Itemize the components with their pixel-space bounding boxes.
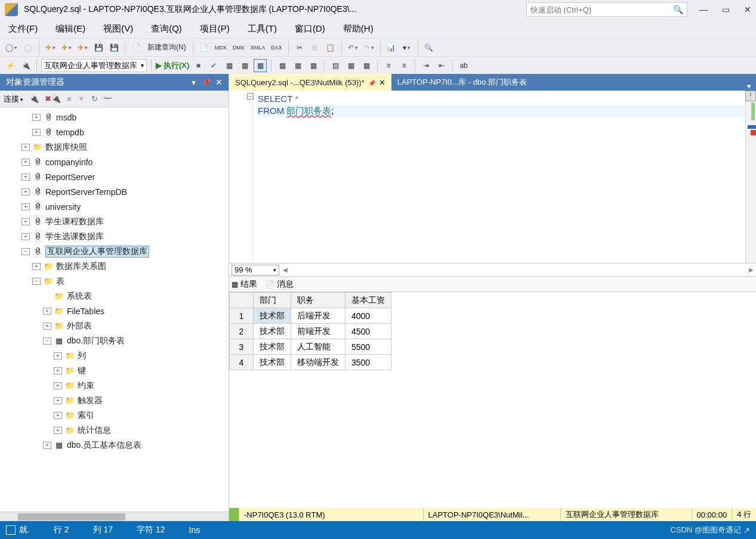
minimize-button[interactable]: — bbox=[699, 5, 708, 14]
nav-back-button[interactable]: ◯ bbox=[4, 41, 19, 54]
tool-options-button[interactable]: ▾ bbox=[400, 41, 414, 54]
code-text[interactable]: − SELECT * FROM 部门职务表; bbox=[253, 91, 756, 263]
menu-view[interactable]: 视图(V) bbox=[103, 23, 133, 35]
results-grid[interactable]: 部门职务基本工资1技术部后端开发40002技术部前端开发45003技术部人工智能… bbox=[229, 292, 756, 508]
tree-node[interactable]: −🛢互联网企业人事管理数据库 bbox=[0, 244, 229, 259]
tree-node[interactable]: +📁外部表 bbox=[0, 318, 229, 333]
search-icon[interactable]: 🔍 bbox=[673, 5, 683, 14]
stop-icon[interactable]: ■ bbox=[67, 94, 72, 103]
tree-node[interactable]: −▦dbo.部门职务表 bbox=[0, 333, 229, 348]
intellisense-button[interactable]: ▦ bbox=[254, 59, 267, 72]
tree-node[interactable]: +📁统计信息 bbox=[0, 423, 229, 438]
results-text-button[interactable]: ▤ bbox=[329, 59, 342, 72]
filter-icon[interactable]: ▼ bbox=[78, 94, 85, 103]
results-tab[interactable]: ▦结果 bbox=[232, 279, 257, 290]
execute-button[interactable]: 执行(X) bbox=[156, 60, 189, 71]
results-grid-button[interactable]: ▦ bbox=[344, 59, 357, 72]
dax-button[interactable]: DAX bbox=[269, 41, 284, 54]
tree-node[interactable]: +🛢学生课程数据库 bbox=[0, 214, 229, 229]
db-engine-query-button[interactable]: 📄 bbox=[198, 41, 211, 54]
tree-node[interactable]: +📁约束 bbox=[0, 378, 229, 393]
estimated-plan-button[interactable]: ▦ bbox=[223, 59, 236, 72]
uncomment-button[interactable]: ≡ bbox=[397, 59, 411, 72]
tab-pin-icon[interactable] bbox=[368, 78, 375, 87]
menu-query[interactable]: 查询(Q) bbox=[151, 23, 182, 35]
tree-node[interactable]: 📁系统表 bbox=[0, 289, 229, 303]
tab-sqlquery2[interactable]: SQLQuery2.sql -...QE3\NutMilk (53))* ✕ bbox=[229, 74, 391, 91]
tab-table-designer[interactable]: LAPTOP-NP7I0...库 - dbo.部门职务表 bbox=[391, 74, 533, 91]
split-icon[interactable]: ↕ bbox=[745, 91, 756, 101]
include-plan-button[interactable]: ▦ bbox=[276, 59, 289, 72]
object-explorer-tree[interactable]: +🛢msdb+🛢tempdb+📁数据库快照+🛢companyinfo+🛢Repo… bbox=[0, 107, 229, 512]
table-row[interactable]: 2技术部前端开发4500 bbox=[230, 324, 391, 339]
quick-launch-box[interactable]: 🔍 bbox=[526, 2, 687, 17]
undo-button[interactable]: ↶ bbox=[346, 41, 360, 54]
hscroll-right-icon[interactable]: ▶ bbox=[749, 267, 754, 273]
menu-project[interactable]: 项目(P) bbox=[200, 23, 230, 35]
hscroll-left-icon[interactable]: ◀ bbox=[283, 267, 288, 273]
save-button[interactable]: 💾 bbox=[92, 41, 105, 54]
xmla-button[interactable]: XMLA bbox=[249, 41, 267, 54]
database-selector[interactable]: 互联网企业人事管理数据库 bbox=[41, 59, 147, 72]
tab-close-icon[interactable]: ✕ bbox=[379, 78, 385, 87]
client-stats-button[interactable]: ▦ bbox=[307, 59, 320, 72]
live-stats-button[interactable]: ▦ bbox=[291, 59, 304, 72]
tree-node[interactable]: +🛢tempdb bbox=[0, 125, 229, 140]
table-row[interactable]: 4技术部移动端开发3500 bbox=[230, 355, 391, 370]
cut-button[interactable]: ✂ bbox=[293, 41, 306, 54]
connect-plug-icon[interactable]: 🔌 bbox=[29, 94, 39, 103]
find-button[interactable]: 🔍 bbox=[422, 41, 436, 54]
dmx-button[interactable]: DMX bbox=[231, 41, 246, 54]
parse-button[interactable]: ✔ bbox=[207, 59, 220, 72]
table-row[interactable]: 3技术部人工智能5500 bbox=[230, 339, 391, 355]
outdent-button[interactable]: ⇤ bbox=[435, 59, 448, 72]
add-item-button[interactable]: ✚ bbox=[76, 41, 90, 54]
tree-node[interactable]: +🛢ReportServerTempDB bbox=[0, 184, 229, 199]
close-button[interactable]: ✕ bbox=[744, 5, 751, 14]
tree-node[interactable]: +📁数据库关系图 bbox=[0, 259, 229, 274]
indent-button[interactable]: ⇥ bbox=[419, 59, 433, 72]
menu-file[interactable]: 文件(F) bbox=[8, 23, 38, 35]
tree-node[interactable]: +📁索引 bbox=[0, 408, 229, 423]
menu-window[interactable]: 窗口(D) bbox=[295, 23, 325, 35]
disconnect-icon[interactable]: ✖🔌 bbox=[45, 94, 61, 103]
tree-node[interactable]: +▦dbo.员工基本信息表 bbox=[0, 438, 229, 453]
tree-node[interactable]: +🛢ReportServer bbox=[0, 169, 229, 184]
save-all-button[interactable]: 💾 bbox=[107, 41, 121, 54]
redo-button[interactable]: ↷ bbox=[362, 41, 376, 54]
paste-button[interactable]: 📋 bbox=[324, 41, 337, 54]
object-explorer-header[interactable]: 对象资源管理器 ▾ 📌 ✕ bbox=[0, 74, 229, 91]
quick-launch-input[interactable] bbox=[530, 5, 673, 14]
tree-node[interactable]: +🛢msdb bbox=[0, 110, 229, 125]
tree-node[interactable]: −📁表 bbox=[0, 274, 229, 289]
menu-help[interactable]: 帮助(H) bbox=[343, 23, 374, 35]
query-options-button[interactable]: ▦ bbox=[238, 59, 251, 72]
overview-ruler[interactable]: ↕ bbox=[745, 91, 756, 263]
stop-button[interactable]: ■ bbox=[192, 59, 205, 72]
nav-fwd-button[interactable]: ◯ bbox=[21, 41, 35, 54]
results-file-button[interactable]: ▦ bbox=[360, 59, 373, 72]
comment-button[interactable]: ≡ bbox=[382, 59, 395, 72]
tree-node[interactable]: +📁列 bbox=[0, 348, 229, 363]
tree-node[interactable]: +📁FileTables bbox=[0, 303, 229, 318]
outline-collapse-icon[interactable]: − bbox=[247, 93, 254, 100]
activity-monitor-button[interactable]: 📊 bbox=[385, 41, 398, 54]
messages-tab[interactable]: 📄消息 bbox=[266, 279, 294, 290]
maximize-button[interactable]: ▭ bbox=[722, 5, 730, 14]
zoom-selector[interactable]: 99 % bbox=[232, 265, 279, 275]
menu-tools[interactable]: 工具(T) bbox=[248, 23, 277, 35]
copy-button[interactable]: ⧉ bbox=[308, 41, 322, 54]
tab-list-dropdown[interactable]: ▾ bbox=[742, 82, 756, 91]
new-project-button[interactable]: ✚ bbox=[44, 41, 57, 54]
tree-node[interactable]: +📁键 bbox=[0, 363, 229, 378]
tree-node[interactable]: +🛢学生选课数据库 bbox=[0, 229, 229, 244]
change-connection-button[interactable]: 🔌 bbox=[19, 59, 32, 72]
code-editor[interactable]: − SELECT * FROM 部门职务表; ↕ bbox=[229, 91, 756, 264]
tree-node[interactable]: +📁触发器 bbox=[0, 393, 229, 408]
refresh-icon[interactable]: ↻ bbox=[91, 94, 98, 103]
activity-icon[interactable]: 〰 bbox=[104, 94, 112, 103]
menu-edit[interactable]: 编辑(E) bbox=[55, 23, 85, 35]
new-query-button[interactable]: 新建查询(N) bbox=[145, 41, 189, 54]
tree-node[interactable]: +🛢university bbox=[0, 199, 229, 214]
new-query-icon[interactable]: 📄 bbox=[129, 41, 143, 54]
